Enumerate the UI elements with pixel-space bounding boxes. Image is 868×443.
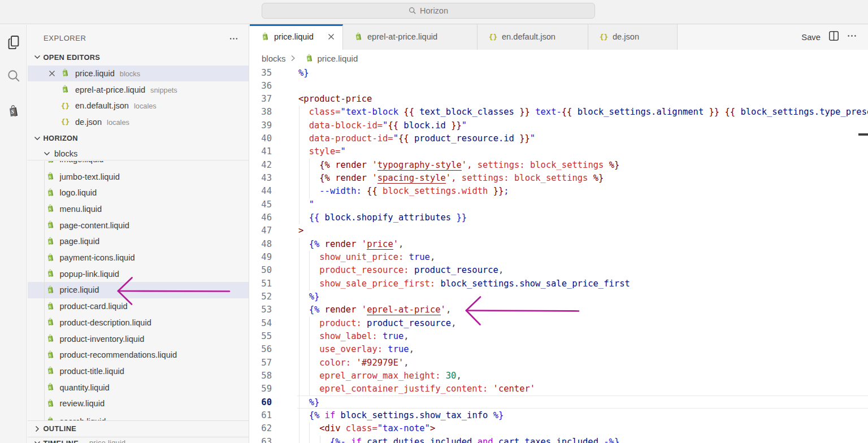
overview-ruler-marker xyxy=(858,133,868,136)
tab-en-default-json[interactable]: {} en.default.json xyxy=(478,24,588,50)
svg-text:S: S xyxy=(49,272,51,276)
code-line-45: 45 " xyxy=(250,198,868,211)
project-section-header[interactable]: HORIZON xyxy=(28,130,249,146)
liquid-file-icon: S xyxy=(46,416,55,420)
vscode-window: Horizon S EXPLORER xyxy=(0,0,868,443)
code-line-41: 41 style=" xyxy=(250,145,868,158)
tree-item-product-description-liquid[interactable]: S product-description.liquid xyxy=(28,315,249,331)
tree-item-review-liquid[interactable]: S review.liquid xyxy=(28,396,249,412)
files-icon xyxy=(6,34,21,50)
tree-item-menu-liquid[interactable]: S menu.liquid xyxy=(28,201,249,218)
code-line-36: 36 xyxy=(250,80,868,93)
breadcrumb-file[interactable]: price.liquid xyxy=(318,54,358,63)
code-line-50: 50 product_resource: product_resource, xyxy=(250,264,868,277)
tree-item-jumbo-text-liquid[interactable]: S jumbo-text.liquid xyxy=(28,168,249,185)
open-editor-item[interactable]: {} de.jsonlocales xyxy=(28,114,249,131)
code-line-48: 48 {% render 'price', xyxy=(250,238,868,251)
code-line-40: 40 data-product-id="{{ product_resource.… xyxy=(250,132,868,145)
breadcrumb: blocks S price.liquid xyxy=(250,50,868,67)
editor-actions: Save xyxy=(801,24,868,50)
code-line-51: 51 show_sale_price_first: block_settings… xyxy=(250,277,868,290)
code-line-59: 59 eprel_container_justify_content: 'cen… xyxy=(250,383,868,396)
liquid-file-icon: S xyxy=(46,161,55,164)
breadcrumb-separator-icon xyxy=(290,55,296,62)
svg-text:S: S xyxy=(49,240,51,244)
svg-text:S: S xyxy=(49,288,51,293)
liquid-file-icon: S xyxy=(46,285,55,295)
code-line-46: 46 {{ block.shopify_attributes }} xyxy=(250,211,868,224)
tree-item-price-liquid[interactable]: S price.liquid xyxy=(28,282,249,298)
tree-item-product-inventory-liquid[interactable]: S product-inventory.liquid xyxy=(28,331,249,347)
explorer-more-actions[interactable] xyxy=(227,32,240,45)
svg-text:S: S xyxy=(49,402,51,406)
liquid-file-icon: S xyxy=(60,68,70,78)
svg-text:S: S xyxy=(49,175,51,179)
svg-text:S: S xyxy=(49,385,51,390)
tree-item-page-content-liquid[interactable]: S page-content.liquid xyxy=(28,217,249,233)
titlebar: Horizon xyxy=(0,0,868,24)
breadcrumb-folder[interactable]: blocks xyxy=(262,54,286,63)
svg-text:S: S xyxy=(49,161,51,162)
timeline-section-header[interactable]: TIMELINE price.liquid xyxy=(28,437,249,443)
svg-text:S: S xyxy=(49,255,51,260)
tree-item-product-recommendations-liquid[interactable]: S product-recommendations.liquid xyxy=(28,347,249,363)
more-actions-icon[interactable] xyxy=(847,31,857,43)
liquid-file-icon: S xyxy=(46,204,55,214)
tree-indent-guide xyxy=(44,161,45,420)
tree-item-product-title-liquid[interactable]: S product-title.liquid xyxy=(28,363,249,380)
liquid-file-icon: S xyxy=(60,85,70,94)
tree-item-popup-link-liquid[interactable]: S popup-link.liquid xyxy=(28,266,249,282)
liquid-file-icon: S xyxy=(46,220,55,230)
tree-item-quantity-liquid[interactable]: S quantity.liquid xyxy=(28,379,249,396)
tab-price-liquid[interactable]: S price.liquid xyxy=(250,24,343,50)
code-line-62: 62 <div class="tax-note"> xyxy=(250,422,868,435)
tab-de-json[interactable]: {} de.json xyxy=(588,24,678,50)
shopify-activity-icon[interactable]: S xyxy=(0,98,27,125)
svg-text:S: S xyxy=(49,190,51,195)
code-line-55: 55 show_label: true, xyxy=(250,330,868,343)
code-line-61: 61 {% if block_settings.show_tax_info %} xyxy=(250,409,868,422)
command-center-search[interactable]: Horizon xyxy=(262,3,595,19)
code-line-35: 35%} xyxy=(250,67,868,80)
svg-text:S: S xyxy=(49,419,51,420)
json-file-icon: {} xyxy=(488,32,498,42)
command-center-label: Horizon xyxy=(420,6,448,15)
ellipsis-icon xyxy=(229,34,238,44)
save-button[interactable]: Save xyxy=(801,33,821,42)
tree-item-search-liquid[interactable]: S search.liquid xyxy=(28,413,249,420)
tree-item-product-card-liquid[interactable]: S product-card.liquid xyxy=(28,298,249,315)
split-editor-icon[interactable] xyxy=(828,31,839,44)
editor-group: S price.liquid S eprel-at-price.liquid {… xyxy=(250,25,868,443)
liquid-file-icon: S xyxy=(46,237,55,246)
close-tab-button[interactable] xyxy=(327,32,336,41)
code-editor[interactable]: 35%} 36 37<product-price 38 class="text-… xyxy=(250,67,868,443)
code-line-38: 38 class="text-block {{ text_block_class… xyxy=(250,106,868,119)
close-icon[interactable] xyxy=(327,32,336,41)
open-editors-header[interactable]: OPEN EDITORS xyxy=(28,49,249,66)
open-editor-item[interactable]: {} en.default.jsonlocales xyxy=(28,98,249,114)
open-editor-item[interactable]: S price.liquidblocks xyxy=(28,66,249,82)
folder-blocks[interactable]: blocks xyxy=(28,147,249,160)
explorer-activity-icon[interactable] xyxy=(0,28,27,55)
code-line-60: 60 %} xyxy=(250,396,868,409)
tree-item-payment-icons-liquid[interactable]: S payment-icons.liquid xyxy=(28,250,249,266)
liquid-file-icon: S xyxy=(46,302,55,311)
code-line-43: 43 {% render 'spacing-style', settings: … xyxy=(250,172,868,185)
liquid-file-icon: S xyxy=(46,399,55,409)
chevron-down-icon xyxy=(33,438,42,443)
svg-text:S: S xyxy=(63,88,66,92)
liquid-file-icon: S xyxy=(46,350,55,360)
close-editor-button[interactable] xyxy=(47,69,57,78)
svg-text:S: S xyxy=(49,320,51,325)
tree-item-image-liquid[interactable]: S image.liquid xyxy=(28,161,249,167)
liquid-file-icon: S xyxy=(46,334,55,344)
code-line-63: 63 {%- if cart_duties_included and cart_… xyxy=(250,436,868,443)
shopify-icon: S xyxy=(6,105,21,119)
tab-eprel-at-price-liquid[interactable]: S eprel-at-price.liquid xyxy=(343,24,478,50)
tree-item-logo-liquid[interactable]: S logo.liquid xyxy=(28,185,249,201)
open-editor-item[interactable]: S eprel-at-price.liquidsnippets xyxy=(28,81,249,98)
search-activity-icon[interactable] xyxy=(0,62,27,89)
close-icon[interactable] xyxy=(47,69,57,78)
outline-section-header[interactable]: OUTLINE xyxy=(28,420,249,437)
tree-item-page-liquid[interactable]: S page.liquid xyxy=(28,233,249,250)
